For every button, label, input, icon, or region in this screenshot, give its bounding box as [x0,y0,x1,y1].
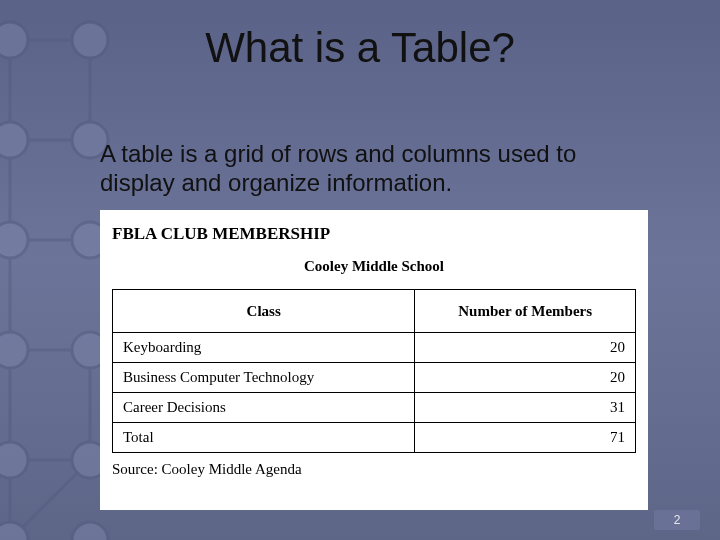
table-cell-class: Keyboarding [113,333,415,363]
table-row: Business Computer Technology 20 [113,363,636,393]
table-cell-members: 20 [415,363,636,393]
table-cell-class: Career Decisions [113,393,415,423]
slide-body-text: A table is a grid of rows and columns us… [100,140,640,198]
table-cell-class: Total [113,423,415,453]
svg-point-24 [72,522,108,540]
page-number: 2 [654,510,700,530]
table-cell-members: 71 [415,423,636,453]
table-cell-class: Business Computer Technology [113,363,415,393]
svg-line-10 [10,460,90,540]
example-subheading: Cooley Middle School [112,258,636,275]
table-header-class: Class [113,290,415,333]
table-cell-members: 20 [415,333,636,363]
table-header-members: Number of Members [415,290,636,333]
slide-title: What is a Table? [0,24,720,72]
example-table: Class Number of Members Keyboarding 20 B… [112,289,636,453]
svg-point-23 [0,522,28,540]
table-row: Keyboarding 20 [113,333,636,363]
example-source: Source: Cooley Middle Agenda [112,461,636,478]
example-panel: FBLA CLUB MEMBERSHIP Cooley Middle Schoo… [100,210,648,510]
svg-point-17 [0,222,28,258]
table-cell-members: 31 [415,393,636,423]
table-row: Career Decisions 31 [113,393,636,423]
svg-point-15 [0,122,28,158]
svg-point-21 [0,442,28,478]
svg-point-19 [0,332,28,368]
table-header-row: Class Number of Members [113,290,636,333]
slide: What is a Table? A table is a grid of ro… [0,0,720,540]
table-row: Total 71 [113,423,636,453]
example-heading: FBLA CLUB MEMBERSHIP [112,224,636,244]
